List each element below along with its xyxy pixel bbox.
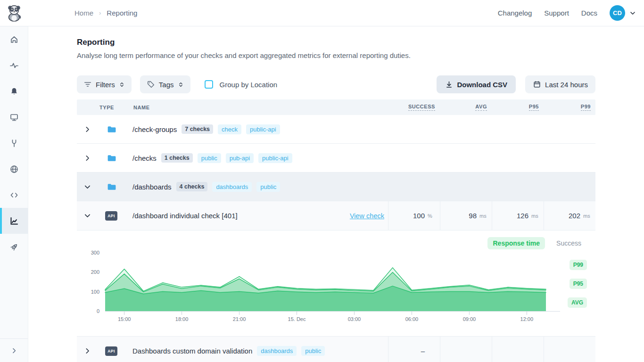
header-name: Name [133,105,150,110]
svg-text:15:00: 15:00 [118,316,131,322]
svg-text:21:00: 21:00 [233,316,246,322]
docs-link[interactable]: Docs [581,9,597,17]
table-row-dashboards-custom-domain[interactable]: API Dashboards custom domain validation … [77,337,595,362]
toolbar: Filters Tags Group by Location Download … [77,75,595,93]
svg-text:200: 200 [91,269,99,275]
group-name: /dashboards [132,183,172,191]
chevron-right-icon [83,125,91,133]
svg-text:18:00: 18:00 [175,316,189,322]
page-description: Analyse long term performance of your ch… [77,51,595,59]
account-menu[interactable]: CD [610,5,636,21]
avg-value: 98 [469,212,477,220]
tag[interactable]: dashboards [257,346,297,356]
header-p99[interactable]: P99 [581,104,591,111]
tags-button[interactable]: Tags [140,75,190,93]
selector-vertical-icon [119,82,125,88]
check-name: /dashboard individual check [401] [132,212,238,220]
top-bar: Home › Reporting Changelog Support Docs … [0,0,644,26]
download-csv-label: Download CSV [457,81,507,89]
download-icon [445,81,453,89]
collapse-button[interactable] [77,201,98,230]
chevron-down-icon [83,212,91,220]
sidebar-item-snippets[interactable] [0,182,28,208]
tag[interactable]: check [218,124,241,134]
table-row-check-groups[interactable]: /check-groups 7 checks check public-api [77,115,595,144]
selector-vertical-icon [178,82,184,88]
svg-text:09:00: 09:00 [463,316,476,322]
filters-button-label: Filters [96,81,115,89]
tag[interactable]: public [198,153,221,163]
table-row-dashboard-individual-check[interactable]: API /dashboard individual check [401] Vi… [77,201,595,230]
avatar[interactable]: CD [610,5,625,21]
sidebar-item-home[interactable] [0,26,28,52]
breadcrumb-current: Reporting [107,9,137,17]
header-type: Type [99,105,114,110]
sidebar-item-reporting[interactable] [0,208,28,234]
collapse-button[interactable] [77,173,98,201]
home-icon [9,35,19,44]
breadcrumb-home[interactable]: Home [74,9,93,17]
svg-text:300: 300 [91,250,99,255]
view-check-link[interactable]: View check [350,212,384,220]
svg-text:100: 100 [91,289,99,295]
chevron-right-icon [83,154,91,162]
legend-avg[interactable]: AVG [568,297,587,308]
time-range-button[interactable]: Last 24 hours [525,75,595,93]
svg-text:0: 0 [97,308,99,314]
chevron-down-icon [83,183,91,191]
legend-p99[interactable]: P99 [570,260,587,270]
tag[interactable]: public [301,346,325,356]
filters-button[interactable]: Filters [77,75,132,93]
table-row-dashboards[interactable]: /dashboards 4 checks dashboards public [77,173,595,201]
checkly-raccoon-logo[interactable] [5,4,23,22]
sidebar-item-getting-started[interactable] [0,234,28,260]
sidebar-item-private-locations[interactable] [0,156,28,182]
group-by-location-toggle[interactable]: Group by Location [205,80,278,89]
sidebar-expand-button[interactable] [0,338,28,362]
p95-value: 126 [517,212,528,220]
check-name: Dashboards custom domain validation [132,347,252,355]
breadcrumb-chevron-icon: › [99,9,101,16]
table-row-checks[interactable]: /checks 1 checks public pub-api public-a… [77,144,595,173]
sidebar-item-dashboards[interactable] [0,104,28,130]
expand-button[interactable] [77,337,98,362]
sidebar-item-maintenance[interactable] [0,130,28,156]
download-csv-button[interactable]: Download CSV [437,75,516,93]
breadcrumb: Home › Reporting [74,9,137,17]
header-p95[interactable]: P95 [529,104,539,111]
tag-icon [147,80,155,89]
chevron-down-icon[interactable] [629,9,636,17]
tag[interactable]: public-api [246,124,280,134]
sidebar [0,26,28,362]
tag[interactable]: pub-api [226,153,254,163]
tag[interactable]: public-api [258,153,292,163]
legend-p95[interactable]: P95 [570,279,587,289]
activity-icon [9,61,19,70]
sidebar-item-alerts[interactable] [0,78,28,104]
table-header-row: Type Name Success Avg P95 P99 [77,99,595,115]
group-by-location-checkbox[interactable] [205,80,213,89]
expand-button[interactable] [77,115,98,143]
success-value: 100 [413,212,425,220]
calendar-icon [533,80,541,89]
support-link[interactable]: Support [544,9,569,17]
folder-icon [107,124,116,134]
time-range-label: Last 24 hours [545,81,588,89]
response-time-chart-panel: Response time Success 010020030015:0018:… [77,230,595,337]
group-name: /checks [132,154,157,162]
svg-text:06:00: 06:00 [405,316,419,322]
analytics-chart-icon [9,216,19,226]
check-count-badge: 1 checks [161,153,193,163]
header-avg[interactable]: Avg [475,104,487,111]
sidebar-item-checks[interactable] [0,52,28,78]
code-icon [9,190,19,200]
tag[interactable]: public [256,182,280,192]
page-title: Reporting [77,38,595,47]
header-success[interactable]: Success [408,104,435,111]
svg-text:12:00: 12:00 [520,316,534,322]
expand-button[interactable] [77,144,98,172]
changelog-link[interactable]: Changelog [498,9,532,17]
svg-text:15. Dec: 15. Dec [288,316,306,322]
tag[interactable]: dashboards [212,182,252,192]
reporting-table: Type Name Success Avg P95 P99 /check-gro… [77,99,595,362]
